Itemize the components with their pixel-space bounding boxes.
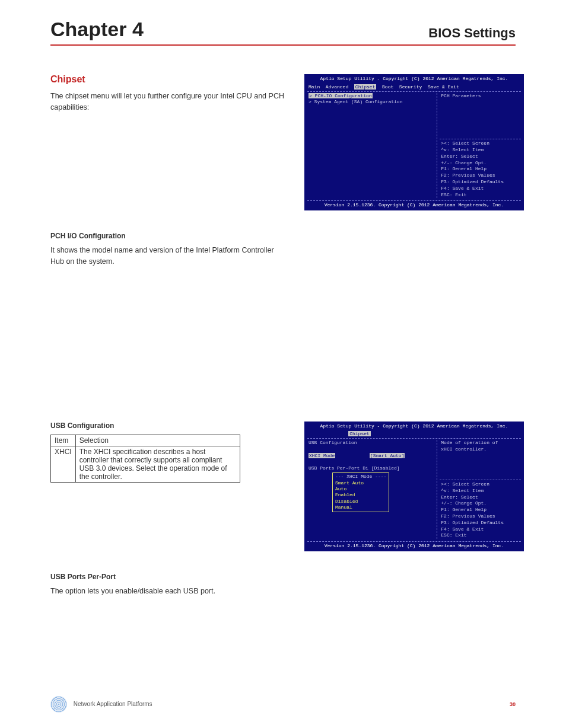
chapter-section: BIOS Settings: [428, 25, 516, 41]
popup-item-3: Disabled: [335, 499, 358, 504]
bios1-key-2: Enter: Select: [441, 154, 478, 159]
page-number: 30: [510, 701, 516, 707]
bios1-key-8: ESC: Exit: [441, 192, 466, 197]
bios2-key-1: ^v: Select Item: [441, 488, 484, 493]
bios1-key-4: F1: General Help: [441, 166, 486, 171]
bios2-menu-chipset: Chipset: [348, 431, 371, 436]
menu-main: Main: [309, 84, 320, 90]
xhci-mode-popup: --- XHCI Mode ---- Smart Auto Auto Enabl…: [332, 472, 389, 512]
bios1-key-6: F3: Optimized Defaults: [441, 179, 504, 184]
bios1-key-0: ><: Select Screen: [441, 141, 489, 146]
table-header-row: Item Selection: [51, 435, 240, 446]
bios1-item-pchio: > PCH-IO Configuration: [309, 93, 373, 98]
popup-item-2: Enabled: [335, 492, 355, 497]
bios1-key-7: F4: Save & Exit: [441, 186, 484, 191]
bios2-menu: Chipset: [305, 430, 523, 438]
pch-heading: PCH I/O Configuration: [50, 232, 516, 240]
bios1-menu: Main Advanced Chipset Boot Security Save…: [305, 84, 523, 91]
chipset-heading: Chipset: [50, 74, 288, 85]
chapter-title: Chapter 4: [50, 18, 144, 41]
bios1-key-1: ^v: Select Item: [441, 147, 484, 152]
bios2-key-7: F4: Save & Exit: [441, 526, 484, 532]
bios2-key-0: ><: Select Screen: [441, 481, 489, 487]
bios-screenshot-chipset: Aptio Setup Utility - Copyright (C) 2012…: [304, 74, 524, 210]
bios2-main-pane: USB Configuration XHCI Mode [Smart Auto]…: [309, 440, 437, 539]
footer-left: Network Application Platforms: [50, 696, 152, 713]
bios2-key-4: F1: General Help: [441, 507, 486, 512]
bios2-key-2: Enter: Select: [441, 494, 478, 500]
pch-text: It shows the model name and version of t…: [50, 245, 288, 267]
menu-boot: Boot: [382, 84, 393, 90]
bios2-key-5: F2: Previous Values: [441, 513, 495, 519]
menu-chipset: Chipset: [354, 84, 377, 90]
bios-screenshot-usb: Aptio Setup Utility - Copyright (C) 2012…: [304, 422, 524, 551]
menu-security: Security: [399, 84, 422, 90]
bios2-key-6: F3: Optimized Defaults: [441, 520, 504, 525]
th-selection: Selection: [75, 435, 240, 446]
bios2-l3-value: [Disabled]: [371, 465, 400, 471]
bios1-help-top: PCH Parameters: [441, 93, 481, 98]
bios1-item-sa: > System Agent (SA) Configuration: [309, 99, 402, 104]
bios2-help-top: Mode of operation of xHCI controller.: [441, 440, 498, 452]
logo-icon: [50, 696, 67, 713]
popup-item-0: Smart Auto: [335, 480, 364, 486]
chipset-intro: The chipset menu will let you further co…: [50, 91, 288, 113]
popup-item-4: Manual: [335, 505, 352, 510]
bios2-title: Aptio Setup Utility - Copyright (C) 2012…: [305, 422, 523, 431]
usb-ports-heading: USB Ports Per-Port: [50, 573, 516, 581]
bios1-footer: Version 2.15.1236. Copyright (C) 2012 Am…: [305, 201, 523, 210]
chapter-header: Chapter 4 BIOS Settings: [50, 18, 516, 41]
bios1-title: Aptio Setup Utility - Copyright (C) 2012…: [305, 75, 523, 84]
page-footer: Network Application Platforms 30: [50, 696, 516, 713]
bios2-key-3: +/-: Change Opt.: [441, 500, 486, 506]
menu-save-exit: Save & Exit: [428, 84, 459, 90]
bios2-l2-label: XHCI Mode: [309, 453, 335, 458]
header-rule: [50, 44, 516, 46]
bios1-main-pane: > PCH-IO Configuration > System Agent (S…: [309, 93, 437, 199]
usb-table: Item Selection XHCI The XHCI specificati…: [50, 435, 240, 483]
bios1-key-3: +/-: Change Opt.: [441, 160, 486, 165]
td-selection: The XHCI specification describes a host …: [75, 446, 240, 482]
popup-item-1: Auto: [335, 486, 346, 491]
td-item: XHCI: [51, 446, 76, 482]
bios2-footer: Version 2.15.1236. Copyright (C) 2012 Am…: [305, 542, 523, 551]
th-item: Item: [51, 435, 76, 446]
usb-ports-text: The option lets you enable/disable each …: [50, 586, 288, 597]
bios2-help-pane: Mode of operation of xHCI controller. ><…: [437, 440, 520, 539]
footer-text: Network Application Platforms: [74, 701, 152, 707]
table-row: XHCI The XHCI specification describes a …: [51, 446, 240, 482]
bios1-key-5: F2: Previous Values: [441, 173, 495, 178]
bios1-help-pane: PCH Parameters ><: Select Screen ^v: Sel…: [437, 93, 520, 199]
menu-advanced: Advanced: [326, 84, 348, 90]
bios2-key-8: ESC: Exit: [441, 532, 466, 538]
bios2-l1: USB Configuration: [309, 440, 357, 445]
popup-title: --- XHCI Mode ----: [335, 474, 386, 479]
usb-heading: USB Configuration: [50, 422, 288, 430]
bios2-l2-value: [Smart Auto]: [370, 453, 405, 458]
bios2-l3-label: USB Ports Per-Port Di: [309, 465, 368, 471]
